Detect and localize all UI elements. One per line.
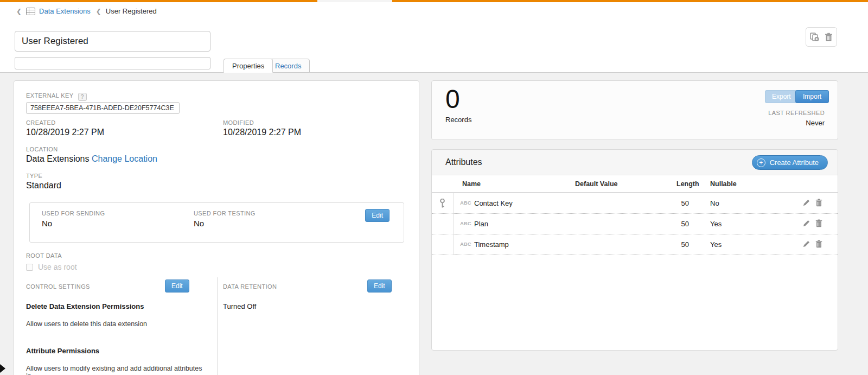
attribute-nullable: Yes [710,240,722,249]
used-for-testing-label: USED FOR TESTING [194,210,256,217]
records-panel: 0 Records Export Import LAST REFRESHED N… [431,80,838,140]
edit-attribute-icon[interactable] [802,219,810,227]
create-attribute-button[interactable]: + Create Attribute [752,155,828,170]
delete-attribute-icon[interactable] [815,219,822,227]
table-row: ABC Plan 50 Yes [432,214,838,234]
external-key-input[interactable] [26,102,180,114]
attribute-nullable: Yes [710,220,722,228]
column-header-nullable: Nullable [710,180,737,188]
control-settings-label: CONTROL SETTINGS [26,283,90,290]
delete-permissions-desc: Allow users to delete this data extensio… [26,320,147,328]
import-button[interactable]: Import [795,90,829,103]
created-value: 10/28/2019 2:27 PM [26,128,104,137]
header-action-group [806,27,837,47]
attribute-name: Timestamp [474,240,509,249]
delete-attribute-icon[interactable] [815,240,822,248]
attribute-name: Contact Key [474,199,513,207]
data-retention-label: DATA RETENTION [223,283,277,290]
type-label: TYPE [26,173,42,179]
edit-attribute-icon[interactable] [802,240,810,248]
text-type-icon: ABC [460,241,471,247]
plus-icon: + [757,158,765,167]
edit-sending-button[interactable]: Edit [365,209,390,222]
attribute-permissions-desc: Allow users to modify existing and add a… [26,365,205,375]
primary-key-cell [432,214,454,234]
use-as-root-label: Use as root [38,263,77,271]
last-refreshed-label: LAST REFRESHED [768,110,825,116]
tab-properties[interactable]: Properties [224,59,273,73]
delete-data-extension-icon[interactable] [825,33,833,42]
attributes-panel: Attributes + Create Attribute Name Defau… [431,149,838,351]
help-icon[interactable]: ? [78,93,87,101]
attribute-length: 50 [675,220,689,228]
delete-attribute-icon[interactable] [815,199,822,207]
breadcrumb: ❮ Data Extensions ❮ User Registered [16,7,157,15]
column-header-default-value: Default Value [575,180,618,188]
primary-key-icon [440,199,445,208]
back-chevron-icon[interactable]: ❮ [16,8,22,15]
attributes-table-header: Name Default Value Length Nullable [432,175,838,193]
attribute-permissions-title: Attribute Permissions [26,347,99,355]
change-location-link[interactable]: Change Location [92,154,157,163]
breadcrumb-chevron-icon: ❮ [96,8,101,15]
data-retention-value: Turned Off [223,302,256,310]
column-header-name: Name [462,180,481,188]
data-extension-grid-icon [26,8,35,15]
attributes-title: Attributes [445,157,482,167]
attribute-length: 50 [675,240,689,249]
record-count-label: Records [445,116,471,124]
create-attribute-label: Create Attribute [770,158,819,167]
used-for-sending-value: No [42,219,52,228]
properties-panel: EXTERNAL KEY? CREATED 10/28/2019 2:27 PM… [14,80,419,375]
attribute-name: Plan [474,220,488,228]
expand-sidebar-icon[interactable] [0,364,5,373]
attribute-nullable: No [710,199,719,207]
attributes-header: Attributes + Create Attribute [432,150,838,175]
breadcrumb-data-extensions-link[interactable]: Data Extensions [39,7,91,15]
tab-records-label: Records [275,62,301,70]
used-for-sending-label: USED FOR SENDING [42,210,105,217]
text-type-icon: ABC [460,200,471,206]
edit-control-settings-button[interactable]: Edit [165,279,189,293]
record-count: 0 [445,84,460,114]
edit-attribute-icon[interactable] [802,199,810,207]
attribute-length: 50 [675,199,689,207]
last-refreshed-value: Never [806,119,825,127]
created-label: CREATED [26,119,56,126]
column-header-length: Length [676,180,699,188]
table-row: ABC Timestamp 50 Yes [432,234,838,255]
location-label: LOCATION [26,146,58,152]
root-data-label: ROOT DATA [26,252,62,259]
primary-key-cell [432,193,454,213]
location-value: Data Extensions [26,154,90,163]
breadcrumb-current: User Registered [106,7,157,15]
use-as-root-checkbox[interactable] [26,264,33,271]
type-value: Standard [26,181,61,190]
settings-divider [217,277,218,375]
sending-settings-box: USED FOR SENDING No USED FOR TESTING No … [29,202,404,243]
delete-permissions-title: Delete Data Extension Permissions [26,302,144,310]
table-row: ABC Contact Key 50 No [432,193,838,214]
modified-value: 10/28/2019 2:27 PM [223,128,301,137]
external-key-label: EXTERNAL KEY [26,92,74,99]
primary-key-cell [432,234,454,255]
tab-records[interactable]: Records [266,59,310,73]
text-type-icon: ABC [460,220,471,226]
modified-label: MODIFIED [223,119,254,126]
page-header: ❮ Data Extensions ❮ User Registered Prop… [0,2,868,73]
edit-data-retention-button[interactable]: Edit [367,279,392,293]
data-extension-description-input[interactable] [15,57,210,69]
tab-properties-label: Properties [232,62,264,70]
export-button[interactable]: Export [765,90,798,103]
data-extension-name-input[interactable] [15,31,210,52]
used-for-testing-value: No [194,219,204,228]
copy-data-extension-icon[interactable] [810,33,820,42]
